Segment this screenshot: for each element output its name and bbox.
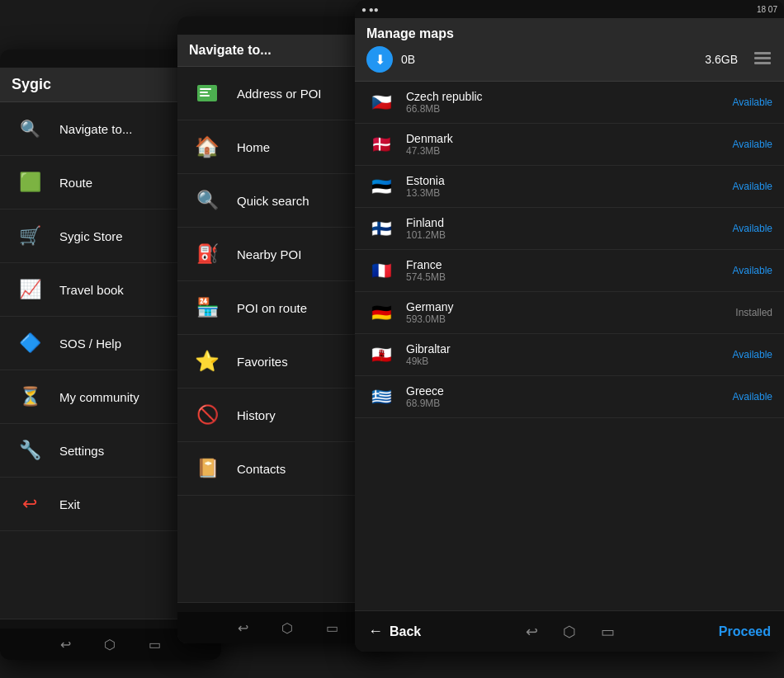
recent-soft-icon-2: ▭: [326, 620, 338, 636]
status-bar-3: ● ●● 18 07: [355, 0, 784, 18]
navigate-icon: 🔍: [13, 112, 46, 145]
map-row-estonia[interactable]: 🇪🇪 Estonia 13.3MB Available: [355, 166, 784, 208]
signal-icons: ● ●●: [361, 5, 379, 14]
back-arrow-icon-3: ←: [368, 623, 383, 640]
flag-germany: 🇩🇪: [366, 303, 396, 323]
back-soft-icon-2: ↩: [238, 620, 248, 636]
storage-row: ⬇ 0B 3.6GB: [366, 46, 772, 73]
community-label: My community: [59, 390, 139, 404]
route-label: Route: [59, 176, 92, 190]
manage-maps-title: Manage maps: [366, 26, 772, 41]
country-size-finland: 101.2MB: [406, 229, 723, 241]
contacts-icon: 📔: [191, 452, 224, 485]
time-display: 18 07: [757, 5, 777, 14]
country-size-gibraltar: 49kB: [406, 355, 723, 367]
maps-bottom-bar: ← Back ↩ ⬡ ▭ Proceed: [355, 610, 784, 652]
navigate-label: Navigate to...: [59, 122, 132, 136]
flag-czech: 🇨🇿: [366, 92, 396, 112]
country-name-gibraltar: Gibraltar: [406, 342, 723, 355]
country-name-france: France: [406, 258, 723, 271]
country-status-greece: Available: [733, 391, 772, 403]
map-row-greece[interactable]: 🇬🇷 Greece 68.9MB Available: [355, 376, 784, 418]
store-label: Sygic Store: [59, 229, 123, 243]
exit-icon: ↩: [13, 487, 46, 520]
home-soft-icon: ⬡: [104, 637, 116, 652]
svg-rect-5: [754, 57, 771, 59]
map-info-germany: Germany 593.0MB: [406, 300, 725, 325]
map-row-czech[interactable]: 🇨🇿 Czech republic 66.8MB Available: [355, 82, 784, 124]
back-label-3: Back: [390, 624, 421, 639]
manage-maps-header: Manage maps ⬇ 0B 3.6GB: [355, 18, 784, 82]
country-size-france: 574.5MB: [406, 271, 723, 283]
history-icon: 🚫: [191, 398, 224, 431]
svg-rect-6: [754, 62, 771, 64]
flag-gibraltar: 🇬🇮: [366, 345, 396, 365]
flag-denmark: 🇩🇰: [366, 134, 396, 154]
map-info-denmark: Denmark 47.3MB: [406, 132, 723, 157]
sos-icon: 🔷: [13, 327, 46, 360]
country-name-finland: Finland: [406, 216, 723, 229]
map-info-france: France 574.5MB: [406, 258, 723, 283]
back-soft-icon: ↩: [60, 637, 71, 652]
svg-rect-1: [200, 88, 211, 90]
community-icon: ⏳: [13, 380, 46, 413]
country-status-denmark: Available: [733, 139, 772, 150]
svg-rect-3: [200, 95, 210, 97]
map-row-denmark[interactable]: 🇩🇰 Denmark 47.3MB Available: [355, 124, 784, 166]
maps-list: 🇨🇿 Czech republic 66.8MB Available 🇩🇰 De…: [355, 82, 784, 634]
country-size-czech: 66.8MB: [406, 103, 723, 115]
map-row-finland[interactable]: 🇫🇮 Finland 101.2MB Available: [355, 208, 784, 250]
nearby-poi-icon: ⛽: [191, 238, 224, 271]
address-icon: [191, 77, 224, 110]
history-label: History: [237, 408, 276, 422]
map-info-finland: Finland 101.2MB: [406, 216, 723, 241]
sygic-logo: Sygic: [12, 76, 51, 93]
travel-icon: 📈: [13, 273, 46, 306]
quick-search-label: Quick search: [237, 194, 309, 208]
map-row-gibraltar[interactable]: 🇬🇮 Gibraltar 49kB Available: [355, 334, 784, 376]
country-name-estonia: Estonia: [406, 174, 723, 187]
total-size: 3.6GB: [705, 53, 738, 66]
download-icon: ⬇: [366, 46, 393, 73]
home-icon: 🏠: [191, 130, 224, 163]
map-info-gibraltar: Gibraltar 49kB: [406, 342, 723, 367]
country-size-germany: 593.0MB: [406, 313, 725, 325]
settings-label: Settings: [59, 444, 104, 458]
country-name-germany: Germany: [406, 300, 725, 313]
map-info-greece: Greece 68.9MB: [406, 384, 723, 409]
svg-rect-2: [200, 92, 208, 93]
country-size-denmark: 47.3MB: [406, 145, 723, 157]
proceed-button[interactable]: Proceed: [719, 624, 771, 639]
navigate-to-title: Navigate to...: [189, 43, 272, 58]
flag-estonia: 🇪🇪: [366, 177, 396, 196]
poi-route-icon: 🏪: [191, 291, 224, 324]
route-icon: 🟩: [13, 166, 46, 199]
country-name-czech: Czech republic: [406, 90, 723, 103]
stack-icon: [753, 48, 772, 71]
address-label: Address or POI: [237, 87, 322, 101]
map-row-france[interactable]: 🇫🇷 France 574.5MB Available: [355, 250, 784, 292]
poi-route-label: POI on route: [237, 301, 307, 315]
flag-finland: 🇫🇮: [366, 219, 396, 238]
travel-label: Travel book: [59, 283, 124, 297]
map-row-germany[interactable]: 🇩🇪 Germany 593.0MB Installed: [355, 292, 784, 334]
recent-soft-icon: ▭: [149, 637, 161, 652]
map-info-czech: Czech republic 66.8MB: [406, 90, 723, 115]
storage-used: 0B: [401, 53, 415, 66]
exit-label: Exit: [59, 497, 80, 511]
svg-rect-4: [754, 52, 771, 54]
country-status-germany: Installed: [735, 307, 772, 318]
home-soft-icon-2: ⬡: [281, 620, 293, 636]
maps-back-button[interactable]: ← Back: [368, 623, 421, 640]
country-status-finland: Available: [733, 223, 772, 234]
nearby-poi-label: Nearby POI: [237, 247, 301, 261]
sos-label: SOS / Help: [59, 337, 121, 351]
country-size-greece: 68.9MB: [406, 398, 723, 409]
back-soft-icon-3: ↩: [526, 623, 538, 641]
country-status-france: Available: [733, 265, 772, 276]
map-info-estonia: Estonia 13.3MB: [406, 174, 723, 199]
manage-maps-screen: ● ●● 18 07 Manage maps ⬇ 0B 3.6GB 🇨🇿 Cze…: [355, 0, 784, 652]
settings-icon: 🔧: [13, 434, 46, 467]
country-status-czech: Available: [733, 97, 772, 108]
recent-soft-icon-3: ▭: [601, 623, 615, 641]
